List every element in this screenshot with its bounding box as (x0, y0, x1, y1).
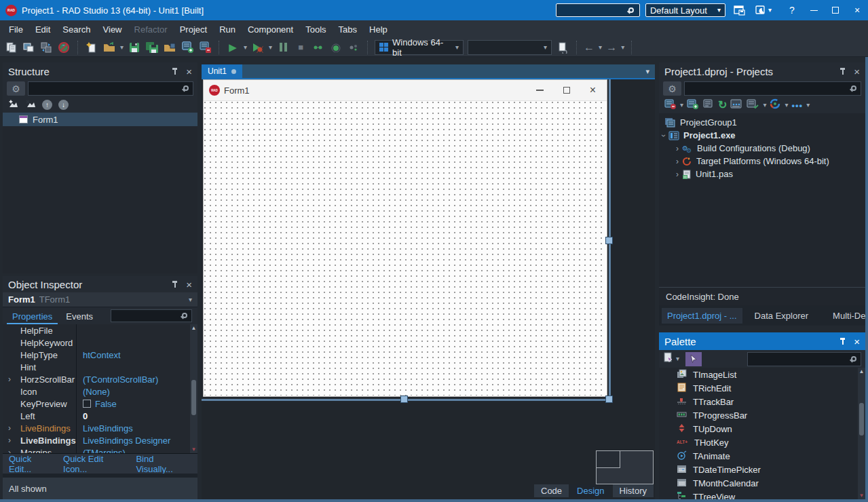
tab-unit1[interactable]: Unit1 (202, 64, 242, 78)
help-button[interactable]: ? (781, 0, 803, 20)
expand-icon[interactable]: › (673, 144, 682, 153)
expand-icon[interactable]: › (8, 374, 11, 384)
pin-icon[interactable] (839, 67, 846, 75)
menu-help[interactable]: Help (363, 20, 394, 38)
resize-handle-corner[interactable] (605, 395, 613, 403)
move-up-button[interactable]: ↑ (42, 100, 52, 110)
navigate-forward-button[interactable]: → (606, 42, 617, 53)
navigate-forward-dropdown[interactable]: ▾ (621, 44, 624, 51)
structure-node-form1[interactable]: Form1 (3, 113, 197, 126)
new-items-button[interactable] (4, 41, 18, 54)
remove-file-from-project-button[interactable] (198, 41, 212, 54)
tab-code[interactable]: Code (534, 484, 569, 497)
projects-search-input[interactable] (684, 81, 861, 96)
debug-desktop-select[interactable]: ▾ (755, 5, 772, 16)
maximize-button[interactable] (825, 0, 846, 20)
property-grid-scrollbar[interactable]: ▲ ▼ (190, 324, 197, 453)
close-icon[interactable]: × (186, 279, 192, 290)
sync-view-button[interactable] (39, 41, 53, 54)
pause-button[interactable] (276, 41, 290, 54)
menu-view[interactable]: View (97, 20, 128, 38)
resize-handle-right[interactable] (605, 237, 613, 244)
resize-handle-bottom[interactable] (400, 395, 408, 403)
tree-node-project1-exe[interactable]: › Project1.exe (659, 129, 865, 142)
quick-edit-icon-link[interactable]: Quick Edit Icon... (63, 454, 128, 474)
pin-icon[interactable] (172, 280, 178, 288)
tab-data-explorer[interactable]: Data Explorer (749, 308, 814, 324)
build-options-dropdown[interactable]: ▾ (763, 102, 766, 109)
step-over-button[interactable] (329, 41, 343, 54)
palette-item-tanimate[interactable]: TAnimate (659, 449, 865, 463)
minimize-button[interactable] (803, 0, 825, 20)
property-row[interactable]: ›LiveBindings LiveBindings (3, 422, 197, 434)
run-configurations-dropdown[interactable]: ▾ (785, 102, 788, 109)
help-insight-off-icon[interactable] (57, 41, 71, 54)
tab-history[interactable]: History (613, 484, 654, 497)
navigate-back-button[interactable]: ← (584, 42, 595, 53)
run-without-debugging-button[interactable] (251, 41, 265, 54)
pin-icon[interactable] (172, 67, 178, 75)
package-overview-button[interactable] (730, 98, 743, 112)
ide-search-input[interactable] (556, 3, 640, 17)
property-row[interactable]: HelpKeyword (3, 336, 197, 349)
close-file-button[interactable] (163, 41, 176, 54)
expand-icon[interactable]: › (673, 170, 682, 179)
close-icon[interactable]: × (854, 336, 860, 347)
apply-configuration-button[interactable] (556, 41, 569, 54)
palette-item-tupdown[interactable]: TUpDown (659, 422, 865, 436)
palette-item-trichedit[interactable]: TRichEdit (659, 381, 865, 395)
build-options-button[interactable] (747, 98, 759, 112)
run-dropdown[interactable]: ▾ (244, 44, 247, 51)
tree-node-unit1-pas[interactable]: › Unit1.pas (659, 168, 865, 180)
palette-item-ttrackbar[interactable]: TTrackBar (659, 395, 865, 408)
tab-properties[interactable]: Properties (7, 310, 58, 324)
expand-icon[interactable]: › (8, 448, 11, 454)
expand-icon[interactable]: › (8, 436, 11, 445)
scroll-up-icon[interactable]: ▲ (190, 325, 197, 331)
run-configurations-button[interactable] (770, 98, 781, 112)
collapse-icon[interactable]: › (659, 131, 668, 140)
scroll-down-icon[interactable]: ▼ (190, 446, 197, 452)
run-until-return-button[interactable] (347, 41, 360, 54)
palette-item-timagelist[interactable]: TImageList (659, 368, 865, 381)
palette-scrollbar[interactable]: ▲ ▼ (858, 368, 865, 499)
tab-events[interactable]: Events (60, 310, 98, 324)
remove-project-button[interactable] (664, 98, 677, 112)
open-file-dropdown[interactable]: ▾ (120, 44, 124, 51)
palette-item-thotkey[interactable]: ALT+ THotKey (659, 436, 865, 449)
object-selector[interactable]: Form1 TForm1 ▾ (3, 292, 197, 307)
designed-form[interactable]: RAD Form1 × (203, 79, 607, 397)
build-configuration-select[interactable]: ▾ (468, 40, 552, 55)
expand-icon[interactable]: › (673, 157, 682, 166)
save-all-button[interactable] (145, 41, 159, 54)
property-row[interactable]: Icon(None) (3, 385, 197, 398)
scrollbar-thumb[interactable] (191, 380, 196, 415)
pin-icon[interactable] (839, 337, 846, 345)
menu-tools[interactable]: Tools (299, 20, 332, 38)
open-file-button[interactable] (102, 41, 116, 54)
save-button[interactable] (128, 41, 141, 54)
cascade-windows-button[interactable] (22, 41, 35, 54)
layout-select[interactable]: Default Layout ▾ (645, 3, 725, 17)
close-button[interactable]: × (846, 0, 868, 20)
menu-tabs[interactable]: Tabs (333, 20, 363, 38)
form-client-grid[interactable] (204, 101, 606, 395)
tab-overflow-dropdown[interactable]: ▾ (645, 67, 649, 76)
move-down-button[interactable]: ↓ (58, 100, 69, 110)
property-row[interactable]: ›HorzScrollBar (TControlScrollBar) (3, 373, 197, 385)
refresh-icon[interactable]: ↻ (718, 100, 727, 111)
add-new-project-button[interactable] (687, 98, 699, 112)
add-file-to-project-button[interactable] (181, 41, 194, 54)
tab-projects[interactable]: Project1.dproj - ... (662, 308, 742, 324)
palette-item-tprogressbar[interactable]: TProgressBar (659, 408, 865, 422)
tab-multi-device-preview[interactable]: Multi-Device Prev... (827, 308, 865, 324)
palette-item-ttreeview[interactable]: TTreeView (659, 490, 865, 499)
run-without-debugging-dropdown[interactable]: ▾ (269, 44, 272, 51)
close-icon[interactable]: × (854, 66, 860, 77)
project-properties-button[interactable] (702, 98, 715, 112)
scroll-up-icon[interactable]: ▲ (858, 368, 865, 374)
property-row[interactable]: ›Margins (TMargins) (3, 446, 197, 453)
run-button[interactable]: ▶ (226, 41, 240, 54)
tree-node-build-configurations[interactable]: › ⚙⚙ Build Configurations (Debug) (659, 142, 865, 155)
property-row[interactable]: Left0 (3, 410, 197, 422)
